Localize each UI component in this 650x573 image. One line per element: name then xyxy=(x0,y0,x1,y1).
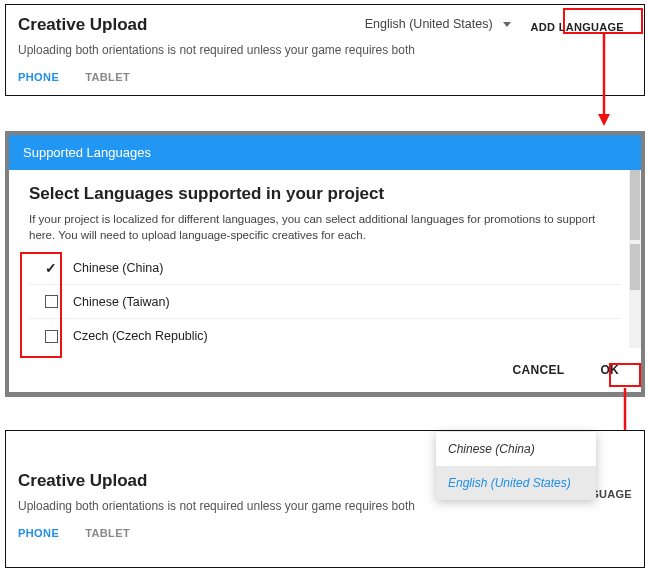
scrollbar[interactable] xyxy=(629,170,641,348)
dialog-header: Supported Languages xyxy=(9,135,641,170)
dialog-description: If your project is localized for differe… xyxy=(29,212,621,243)
dropdown-item[interactable]: Chinese (China) xyxy=(436,432,596,466)
tab-phone[interactable]: PHONE xyxy=(18,527,59,539)
checkbox-unchecked[interactable] xyxy=(29,295,73,308)
page-subtitle: Uploading both orientations is not requi… xyxy=(18,43,632,57)
language-label: Czech (Czech Republic) xyxy=(73,329,208,343)
language-row[interactable]: ✓ Chinese (China) xyxy=(29,251,621,285)
device-tabs: PHONE TABLET xyxy=(18,71,632,83)
tab-phone[interactable]: PHONE xyxy=(18,71,59,83)
page-title: Creative Upload xyxy=(18,15,361,35)
dropdown-item-selected[interactable]: English (United States) xyxy=(436,466,596,500)
tab-tablet[interactable]: TABLET xyxy=(85,527,130,539)
page-subtitle: Uploading both orientations is not requi… xyxy=(18,499,632,513)
language-dropdown[interactable]: English (United States) xyxy=(361,15,515,33)
add-language-button[interactable]: ADD LANGUAGE xyxy=(523,15,632,39)
ok-button[interactable]: OK xyxy=(594,359,625,381)
checkbox-unchecked[interactable] xyxy=(29,330,73,343)
device-tabs: PHONE TABLET xyxy=(18,527,632,539)
language-list: ✓ Chinese (China) Chinese (Taiwan) Czech… xyxy=(29,251,621,353)
creative-upload-panel-top: Creative Upload English (United States) … xyxy=(5,4,645,96)
cancel-button[interactable]: CANCEL xyxy=(513,363,565,377)
language-selected-label: English (United States) xyxy=(365,17,493,31)
language-label: Chinese (Taiwan) xyxy=(73,295,170,309)
language-row[interactable]: Chinese (Taiwan) xyxy=(29,285,621,319)
checkbox-checked[interactable]: ✓ xyxy=(29,260,73,276)
supported-languages-dialog: Supported Languages Select Languages sup… xyxy=(5,131,645,397)
dialog-body: Select Languages supported in your proje… xyxy=(9,170,641,348)
dialog-actions: CANCEL OK xyxy=(9,348,641,392)
language-row[interactable]: Czech (Czech Republic) xyxy=(29,319,621,353)
tab-tablet[interactable]: TABLET xyxy=(85,71,130,83)
language-dropdown-menu: Chinese (China) English (United States) xyxy=(436,432,596,500)
check-icon: ✓ xyxy=(45,260,57,276)
dialog-title: Select Languages supported in your proje… xyxy=(29,184,621,204)
chevron-down-icon xyxy=(503,22,511,27)
language-label: Chinese (China) xyxy=(73,261,163,275)
